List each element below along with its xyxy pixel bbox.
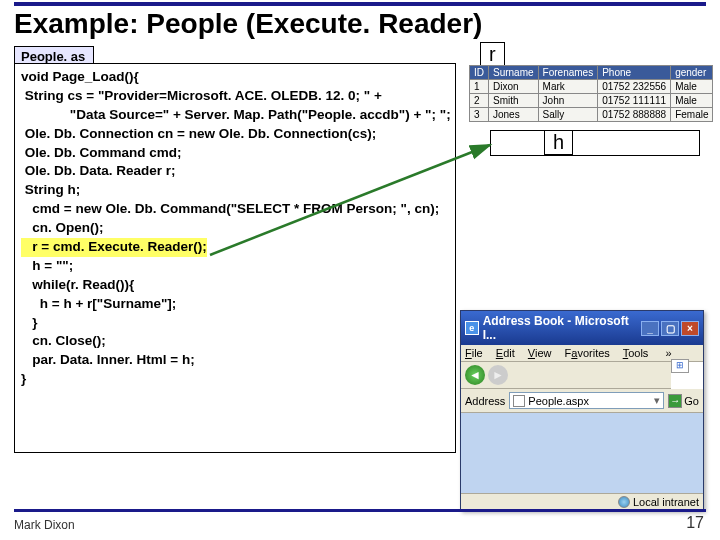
browser-content (461, 413, 703, 493)
code-line: } (21, 370, 449, 389)
minimize-button[interactable]: _ (641, 321, 659, 336)
db-cell: Male (671, 94, 713, 108)
code-line: Ole. Db. Command cmd; (21, 144, 449, 163)
db-cell: 1 (470, 80, 489, 94)
code-line: while(r. Read()){ (21, 276, 449, 295)
db-header: gender (671, 66, 713, 80)
db-cell: Male (671, 80, 713, 94)
browser-title-text: Address Book - Microsoft I... (483, 314, 641, 342)
page-icon (513, 395, 525, 407)
browser-menubar: FFileile Edit View Favorites Tools » ⊞ (461, 345, 703, 362)
db-cell: John (538, 94, 598, 108)
menu-favorites[interactable]: Favorites (565, 347, 610, 359)
address-value: People.aspx (528, 395, 589, 407)
close-button[interactable]: × (681, 321, 699, 336)
var-h-label: h (544, 130, 573, 155)
browser-statusbar: Local intranet (461, 493, 703, 510)
db-cell: Jones (489, 108, 539, 122)
go-button[interactable]: → Go (668, 394, 699, 408)
code-line: String h; (21, 181, 449, 200)
db-cell: Dixon (489, 80, 539, 94)
menu-view[interactable]: View (528, 347, 552, 359)
ie-icon: e (465, 321, 479, 335)
db-header: Surname (489, 66, 539, 80)
bottom-rule (14, 509, 706, 512)
code-line: void Page_Load(){ (21, 68, 449, 87)
db-cell: 3 (470, 108, 489, 122)
table-row: 1DixonMark01752 232556Male (470, 80, 713, 94)
db-header: Phone (598, 66, 671, 80)
h-box (490, 130, 700, 156)
go-label: Go (684, 395, 699, 407)
db-cell: Female (671, 108, 713, 122)
db-cell: 01752 232556 (598, 80, 671, 94)
var-r-label: r (480, 42, 505, 67)
go-icon: → (668, 394, 682, 408)
zone-icon (618, 496, 630, 508)
top-rule (14, 2, 706, 6)
db-cell: 2 (470, 94, 489, 108)
browser-toolbar: ◄ ► (461, 362, 671, 389)
slide-title: Example: People (Execute. Reader) (14, 8, 706, 40)
db-cell: Smith (489, 94, 539, 108)
db-cell: Sally (538, 108, 598, 122)
menu-edit[interactable]: Edit (496, 347, 515, 359)
db-cell: Mark (538, 80, 598, 94)
footer-page: 17 (686, 514, 704, 532)
dropdown-icon[interactable]: ▾ (654, 394, 660, 407)
code-line: cn. Open(); (21, 219, 449, 238)
db-header: Forenames (538, 66, 598, 80)
code-panel: void Page_Load(){ String cs = "Provider=… (14, 63, 456, 453)
code-line: String cs = "Provider=Microsoft. ACE. OL… (21, 87, 449, 106)
code-line: cmd = new Ole. Db. Command("SELECT * FRO… (21, 200, 449, 219)
menu-file[interactable]: FFileile (465, 347, 483, 359)
table-row: 2SmithJohn01752 111111Male (470, 94, 713, 108)
forward-button[interactable]: ► (488, 365, 508, 385)
status-text: Local intranet (633, 496, 699, 508)
code-line: r = cmd. Execute. Reader(); (21, 238, 449, 257)
menu-tools[interactable]: Tools (623, 347, 649, 359)
code-line: Ole. Db. Connection cn = new Ole. Db. Co… (21, 125, 449, 144)
code-line: h = h + r["Surname"]; (21, 295, 449, 314)
code-line: h = ""; (21, 257, 449, 276)
db-header: ID (470, 66, 489, 80)
browser-addressbar: Address People.aspx ▾ → Go (461, 389, 703, 413)
footer-author: Mark Dixon (14, 518, 75, 532)
table-row: 3JonesSally01752 888888Female (470, 108, 713, 122)
address-label: Address (465, 395, 505, 407)
ie-logo-icon: ⊞ (671, 359, 689, 373)
maximize-button[interactable]: ▢ (661, 321, 679, 336)
db-table: IDSurnameForenamesPhonegender1DixonMark0… (469, 65, 713, 122)
code-line: par. Data. Inner. Html = h; (21, 351, 449, 370)
address-input[interactable]: People.aspx ▾ (509, 392, 664, 409)
browser-titlebar: e Address Book - Microsoft I... _ ▢ × (461, 311, 703, 345)
code-line: } (21, 314, 449, 333)
back-button[interactable]: ◄ (465, 365, 485, 385)
code-line: cn. Close(); (21, 332, 449, 351)
db-cell: 01752 111111 (598, 94, 671, 108)
menu-chevron[interactable]: » (665, 347, 671, 359)
code-line: "Data Source=" + Server. Map. Path("Peop… (21, 106, 449, 125)
code-line: Ole. Db. Data. Reader r; (21, 162, 449, 181)
db-cell: 01752 888888 (598, 108, 671, 122)
browser-window: e Address Book - Microsoft I... _ ▢ × FF… (460, 310, 704, 511)
